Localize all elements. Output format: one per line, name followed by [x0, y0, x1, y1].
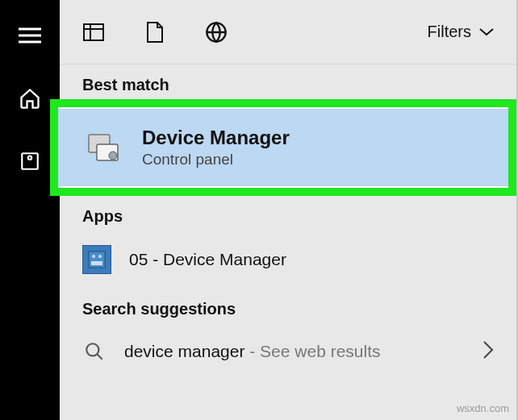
suggestion-text: device manager - See web results [124, 342, 381, 361]
annotation-highlight: Device Manager Control panel [50, 99, 516, 196]
search-results-panel: Filters Best match Device Manager Contro… [60, 0, 518, 420]
svg-point-11 [86, 343, 98, 356]
web-filter-icon[interactable] [205, 21, 228, 44]
watermark: wsxdn.com [454, 401, 512, 415]
app-result-label: 05 - Device Manager [129, 250, 286, 269]
chevron-down-icon [479, 28, 494, 36]
svg-point-8 [92, 255, 95, 258]
best-match-result[interactable]: Device Manager Control panel [58, 107, 508, 188]
best-match-title: Device Manager [142, 127, 290, 149]
svg-rect-10 [91, 261, 102, 265]
svg-rect-2 [84, 24, 103, 40]
suggestion-extra: - See web results [244, 342, 380, 360]
section-best-match: Best match [60, 64, 516, 99]
document-filter-icon[interactable] [144, 21, 166, 44]
section-suggestions: Search suggestions [60, 289, 516, 323]
app-icon [82, 245, 111, 274]
web-suggestion[interactable]: device manager - See web results [60, 323, 516, 380]
device-manager-icon [87, 130, 123, 165]
home-icon[interactable] [19, 87, 41, 110]
cortana-sidebar [0, 0, 60, 420]
svg-point-1 [28, 156, 31, 160]
best-match-subtitle: Control panel [142, 151, 290, 168]
filters-dropdown[interactable]: Filters [428, 23, 494, 41]
best-match-text: Device Manager Control panel [142, 127, 290, 168]
window-filter-icon[interactable] [82, 21, 105, 44]
section-apps: Apps [60, 196, 516, 231]
photo-icon[interactable] [19, 150, 41, 173]
hamburger-icon[interactable] [19, 24, 41, 47]
suggestion-query: device manager [124, 342, 244, 360]
svg-point-6 [109, 152, 117, 160]
app-result[interactable]: 05 - Device Manager [60, 231, 516, 289]
svg-point-9 [98, 255, 102, 258]
filter-toolbar: Filters [60, 0, 516, 64]
chevron-right-icon [482, 340, 494, 363]
filters-label: Filters [428, 23, 471, 41]
search-icon [82, 339, 107, 364]
